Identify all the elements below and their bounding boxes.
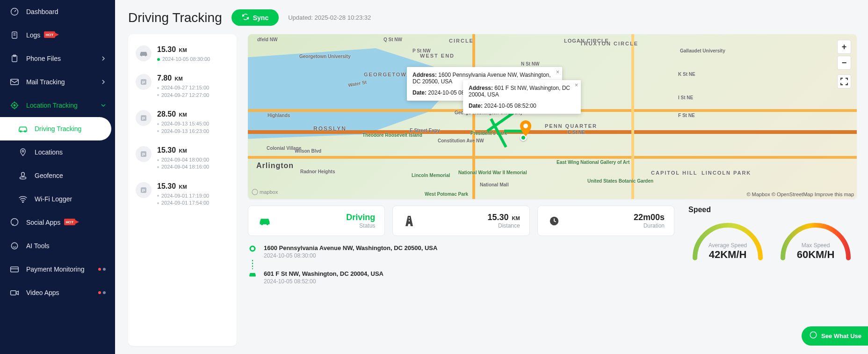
map-label: TRUXTON CIRCLE [580, 41, 638, 46]
parking-icon: P [136, 110, 152, 126]
close-icon[interactable]: × [575, 82, 578, 88]
sidebar-item-video-apps[interactable]: Video Apps [0, 281, 115, 304]
map-panel: Q St NW P St NW Georgetown University GE… [248, 34, 857, 346]
svg-point-21 [141, 55, 143, 57]
map-label: GEORGETOWN [364, 72, 412, 77]
sidebar-item-logs[interactable]: Logs HOT [0, 23, 115, 47]
car-icon [18, 124, 28, 134]
sidebar-item-dashboard[interactable]: Dashboard [0, 0, 115, 23]
svg-point-14 [11, 219, 18, 226]
map-label: Lincoln Memorial [412, 173, 450, 178]
stat-status: DrivingStatus [248, 206, 385, 236]
svg-text:P: P [142, 188, 145, 192]
map-label: West Potomac Park [425, 192, 468, 197]
chevron-right-icon [101, 55, 106, 62]
gauge-average-speed: Average Speed 42KM/H [688, 219, 767, 261]
geofence-icon [18, 170, 28, 181]
stats-row: DrivingStatus 15.30 KMDistance 22m00sDur… [248, 206, 674, 236]
svg-point-18 [11, 243, 17, 249]
map-label: Q St NW [383, 37, 402, 42]
close-icon[interactable]: × [556, 69, 559, 75]
hot-badge-icon: HOT [64, 219, 79, 227]
zoom-out-button[interactable]: − [837, 56, 851, 70]
map-label: East Wing National Gallery of Art [557, 160, 629, 165]
road-icon [402, 214, 416, 228]
chevron-down-icon [101, 102, 106, 109]
svg-point-32 [252, 189, 258, 195]
svg-point-33 [261, 223, 263, 225]
map-label: WEST END [420, 53, 455, 59]
map-attribution[interactable]: © Mapbox © OpenStreetMap Improve this ma… [746, 192, 854, 197]
sidebar-item-location-tracking[interactable]: Location Tracking [0, 94, 115, 117]
map-label: National World War II Memorial [458, 170, 527, 175]
updated-text: Updated: 2025-02-28 10:23:32 [288, 14, 371, 21]
map-label: dfeld NW [257, 37, 277, 42]
map-popup-end: × Address: 601 F St NW, Washington, DC 2… [463, 80, 581, 114]
map-label: I St NE [678, 95, 693, 100]
fullscreen-button[interactable] [837, 74, 851, 88]
stat-duration: 22m00sDuration [537, 206, 674, 236]
car-icon [136, 45, 152, 61]
card-icon [9, 264, 20, 274]
svg-rect-6 [11, 79, 19, 85]
trip-item[interactable]: 15.30 KM2024-10-05 08:30:00 [128, 40, 237, 68]
speed-panel: Speed Average Speed 42KM/H Max Speed 60K… [688, 206, 857, 261]
sidebar-item-driving-tracking[interactable]: Driving Tracking [0, 117, 111, 140]
sidebar-item-locations[interactable]: Locations [0, 140, 115, 164]
svg-point-8 [14, 104, 15, 106]
sidebar-item-label: Dashboard [26, 8, 58, 15]
sidebar-item-label: Wi-Fi Logger [35, 195, 72, 203]
svg-text:HOT: HOT [66, 220, 74, 224]
parking-icon: P [136, 182, 152, 198]
map-label: N St NW [521, 61, 539, 66]
trip-item[interactable]: P7.80 KM2024-09-27 12:15:002024-09-27 12… [128, 68, 237, 104]
svg-point-31 [523, 124, 528, 128]
map-zoom-controls: + − [837, 40, 851, 70]
video-icon [9, 288, 20, 298]
sidebar-item-ai-tools[interactable]: AI Tools [0, 234, 115, 258]
sidebar-item-wifi-logger[interactable]: Wi-Fi Logger [0, 187, 115, 211]
map[interactable]: Q St NW P St NW Georgetown University GE… [248, 34, 857, 199]
map-label: LINCOLN PARK [702, 170, 751, 176]
status-dots [98, 268, 106, 271]
svg-point-13 [22, 202, 23, 203]
sidebar-item-mail-tracking[interactable]: Mail Tracking [0, 70, 115, 94]
trip-item[interactable]: P15.30 KM2024-09-04 18:00:002024-09-04 1… [128, 140, 237, 177]
gauge-icon [9, 7, 20, 17]
page-header: Driving Tracking Sync Updated: 2025-02-2… [128, 9, 857, 26]
sidebar-item-label: AI Tools [26, 242, 50, 250]
map-label: Highlands [268, 113, 290, 118]
svg-text:HOT: HOT [46, 33, 54, 37]
map-label: Theodore Roosevelt Island [362, 133, 422, 138]
sidebar-item-payment-monitoring[interactable]: Payment Monitoring [0, 258, 115, 281]
sidebar-item-label: Locations [35, 148, 63, 156]
trip-item[interactable]: P28.50 KM2024-09-13 15:45:002024-09-13 1… [128, 104, 237, 140]
trip-item[interactable]: P15.30 KM2024-09-01 17:19:002024-09-01 1… [128, 177, 237, 213]
map-label: CIRCLE [449, 38, 474, 44]
start-dot-icon [248, 244, 257, 252]
map-label: Arlington [256, 162, 294, 170]
route-end-marker [519, 120, 532, 138]
clipboard-icon [9, 53, 20, 64]
chat-widget-button[interactable]: See What Use [802, 326, 868, 346]
zoom-in-button[interactable]: + [837, 40, 851, 54]
sidebar-item-label: Geofence [35, 172, 63, 179]
main-content: Driving Tracking Sync Updated: 2025-02-2… [115, 0, 868, 354]
map-label: Radnor Heights [300, 169, 335, 174]
clock-icon [547, 214, 561, 228]
hot-badge-icon: HOT [44, 31, 59, 39]
page-title: Driving Tracking [128, 10, 222, 25]
speed-title: Speed [688, 206, 857, 214]
sidebar-item-social-apps[interactable]: Social Apps HOT [0, 211, 115, 234]
car-icon [258, 214, 272, 228]
map-label: CAPITOL HILL [651, 170, 697, 176]
map-label: ROSSLYN [313, 125, 347, 132]
gauge-max-speed: Max Speed 60KM/H [776, 219, 855, 261]
map-label: Georgetown University [299, 54, 350, 59]
sidebar-item-geofence[interactable]: Geofence [0, 164, 115, 187]
sync-button[interactable]: Sync [231, 9, 279, 26]
svg-marker-17 [75, 220, 79, 224]
route-connector [252, 260, 253, 269]
svg-text:P: P [142, 80, 145, 85]
sidebar-item-phone-files[interactable]: Phone Files [0, 47, 115, 70]
